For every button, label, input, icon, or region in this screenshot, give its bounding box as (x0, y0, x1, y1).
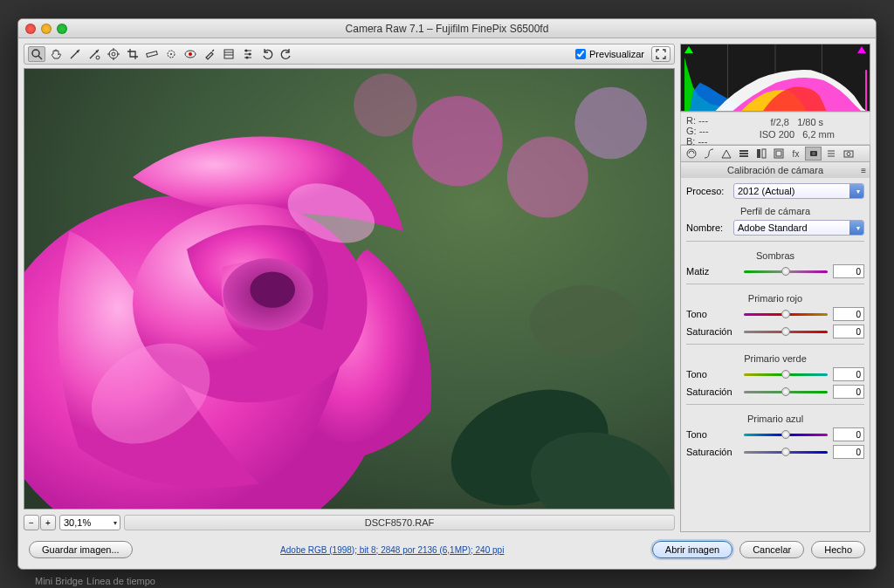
red-tone-value[interactable]: 0 (833, 307, 864, 321)
tab-hsl-icon[interactable] (735, 147, 752, 161)
straighten-tool-icon[interactable] (143, 46, 161, 62)
red-sat-value[interactable]: 0 (833, 325, 864, 338)
svg-rect-9 (147, 51, 158, 58)
svg-point-0 (32, 50, 39, 57)
tab-lens-icon[interactable] (770, 147, 787, 161)
blue-tone-value[interactable]: 0 (833, 427, 864, 441)
content: Previsualizar (18, 38, 876, 569)
image-preview[interactable] (24, 68, 675, 509)
target-adjustment-tool-icon[interactable] (105, 46, 122, 62)
tab-snapshots-icon[interactable] (840, 147, 856, 161)
panel-title: Calibración de cámara ≡ (680, 162, 870, 178)
green-tone-value[interactable]: 0 (833, 367, 864, 381)
preview-checkbox-input[interactable] (575, 49, 586, 59)
blue-tone-slider[interactable] (744, 428, 828, 441)
name-label: Nombre: (686, 222, 728, 233)
blue-section-title: Primario azul (686, 414, 864, 424)
red-sat-label: Saturación (686, 326, 739, 337)
svg-rect-45 (757, 149, 760, 158)
svg-point-13 (189, 52, 192, 56)
shadows-section-title: Sombras (686, 250, 864, 261)
shadow-clip-icon[interactable] (684, 46, 693, 53)
tab-calibration-icon[interactable] (805, 147, 822, 161)
svg-rect-48 (776, 151, 781, 156)
titlebar: Camera Raw 7.1 – Fujifilm FinePix S6500f… (18, 19, 876, 38)
blue-sat-value[interactable]: 0 (833, 445, 864, 459)
graduated-filter-tool-icon[interactable] (220, 46, 237, 62)
zoom-bar: − + 30,1% DSCF8570.RAF (24, 513, 675, 532)
green-section-title: Primario verde (686, 353, 864, 364)
tab-split-icon[interactable] (753, 147, 769, 161)
panel-tabs: fx (680, 145, 870, 162)
green-tone-label: Tono (686, 369, 739, 379)
green-tone-slider[interactable] (744, 368, 828, 380)
svg-point-3 (109, 50, 118, 58)
rotate-ccw-icon[interactable] (258, 46, 276, 62)
red-section-title: Primario rojo (686, 293, 864, 304)
svg-rect-42 (739, 150, 748, 152)
workflow-options-link[interactable]: Adobe RGB (1998); bit 8; 2848 por 2136 (… (280, 545, 504, 555)
preview-label: Previsualizar (589, 49, 644, 59)
white-balance-tool-icon[interactable] (66, 46, 84, 62)
histogram[interactable] (680, 44, 870, 112)
green-sat-slider[interactable] (744, 386, 828, 398)
svg-point-50 (812, 152, 815, 155)
zoom-tool-icon[interactable] (28, 46, 45, 62)
process-select[interactable]: 2012 (Actual)▾ (733, 183, 864, 199)
hand-tool-icon[interactable] (47, 46, 65, 62)
matiz-value[interactable]: 0 (833, 264, 864, 278)
open-image-button[interactable]: Abrir imagen (652, 541, 732, 558)
red-tone-slider[interactable] (744, 308, 828, 320)
timeline-tab[interactable]: Línea de tiempo (86, 576, 155, 586)
green-sat-value[interactable]: 0 (833, 385, 864, 399)
done-button[interactable]: Hecho (811, 541, 865, 558)
toolbar: Previsualizar (24, 44, 675, 65)
highlight-clip-icon[interactable] (857, 46, 866, 53)
svg-rect-44 (739, 155, 748, 157)
profile-select[interactable]: Adobe Standard▾ (733, 220, 864, 236)
rotate-cw-icon[interactable] (278, 46, 295, 62)
mini-bridge-tab[interactable]: Mini Bridge (35, 576, 83, 586)
tab-presets-icon[interactable] (822, 147, 839, 161)
svg-point-22 (246, 57, 249, 59)
cancel-button[interactable]: Cancelar (739, 541, 804, 558)
ps-bottom-tabs: Mini Bridge Línea de tiempo (35, 576, 155, 586)
zoom-out-button[interactable]: − (24, 515, 39, 530)
red-sat-slider[interactable] (744, 325, 828, 338)
svg-point-34 (250, 271, 295, 307)
matiz-slider[interactable] (744, 265, 828, 277)
window-title: Camera Raw 7.1 – Fujifilm FinePix S6500f… (18, 23, 876, 35)
fullscreen-button[interactable] (651, 46, 670, 62)
blue-sat-label: Saturación (686, 447, 739, 457)
svg-rect-14 (224, 50, 233, 58)
red-eye-tool-icon[interactable] (182, 46, 199, 62)
crop-tool-icon[interactable] (124, 46, 141, 62)
preview-checkbox[interactable]: Previsualizar (575, 49, 644, 59)
tab-fx-icon[interactable]: fx (787, 147, 804, 161)
filename-label: DSCF8570.RAF (124, 515, 675, 530)
svg-rect-46 (762, 149, 766, 158)
svg-point-55 (847, 153, 850, 156)
green-sat-label: Saturación (686, 386, 739, 397)
preferences-tool-icon[interactable] (239, 46, 257, 62)
svg-point-26 (574, 87, 647, 160)
save-image-button[interactable]: Guardar imagen... (29, 541, 133, 558)
blue-sat-slider[interactable] (744, 446, 828, 458)
footer: Guardar imagen... Adobe RGB (1998); bit … (24, 536, 870, 564)
tab-basic-icon[interactable] (683, 147, 699, 161)
zoom-select[interactable]: 30,1% (59, 515, 120, 530)
svg-point-24 (412, 96, 502, 186)
svg-point-4 (112, 52, 115, 56)
panel-menu-icon[interactable]: ≡ (861, 166, 866, 175)
svg-rect-43 (739, 153, 748, 154)
panel-body: Proceso: 2012 (Actual)▾ Perfil de cámara… (680, 178, 870, 532)
red-tone-label: Tono (686, 309, 739, 319)
color-sampler-tool-icon[interactable] (86, 46, 103, 62)
tab-curve-icon[interactable] (700, 147, 717, 161)
tab-detail-icon[interactable] (718, 147, 734, 161)
zoom-in-button[interactable]: + (40, 515, 56, 530)
process-label: Proceso: (686, 186, 728, 196)
adjustment-brush-tool-icon[interactable] (201, 46, 218, 62)
spot-removal-tool-icon[interactable] (162, 46, 180, 62)
r-value: R: --- (686, 115, 709, 126)
